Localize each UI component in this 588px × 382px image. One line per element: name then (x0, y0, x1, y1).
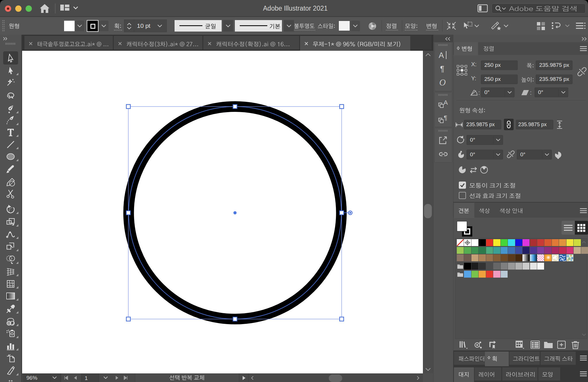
svg-text:¶: ¶ (444, 115, 447, 121)
svg-text:A: A (444, 100, 448, 106)
